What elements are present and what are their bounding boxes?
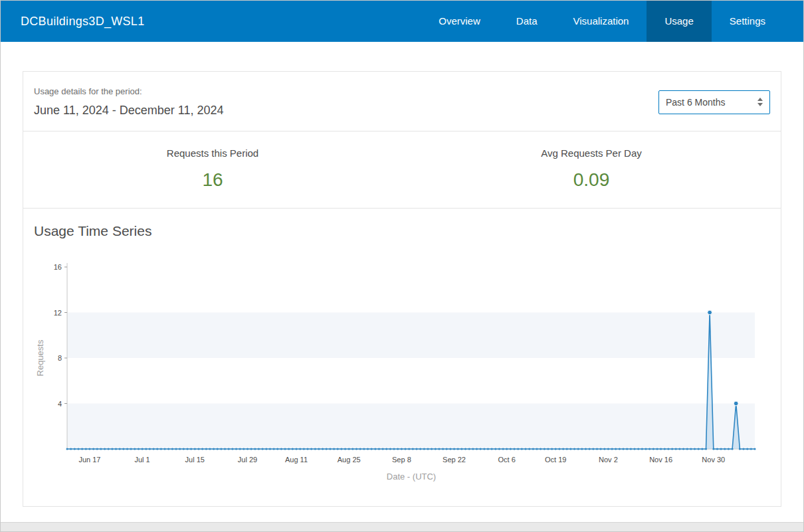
usage-time-series-chart: 481216Jun 17Jul 1Jul 15Jul 29Aug 11Aug 2…	[34, 250, 770, 484]
period-info: Usage details for the period: June 11, 2…	[34, 86, 224, 118]
item-usage-page: DCBuildings3D_WSL1 Overview Data Visuali…	[0, 0, 804, 532]
stat-label: Avg Requests Per Day	[402, 147, 781, 159]
svg-text:Jun 17: Jun 17	[78, 456, 100, 464]
stat-requests-period: Requests this Period 16	[23, 147, 402, 191]
item-tabs: Overview Data Visualization Usage Settin…	[421, 1, 783, 42]
svg-text:16: 16	[54, 263, 62, 271]
svg-text:Oct 19: Oct 19	[545, 456, 566, 464]
usage-stats: Requests this Period 16 Avg Requests Per…	[23, 132, 781, 208]
tab-usage[interactable]: Usage	[647, 1, 711, 42]
stat-value: 16	[23, 169, 402, 191]
svg-text:Nov 30: Nov 30	[702, 456, 725, 464]
svg-text:Aug 25: Aug 25	[338, 456, 361, 464]
select-arrows-icon	[757, 98, 764, 106]
stat-value: 0.09	[402, 169, 781, 191]
window-bottom-edge	[1, 522, 803, 531]
period-row: Usage details for the period: June 11, 2…	[23, 72, 781, 131]
usage-content: Usage details for the period: June 11, 2…	[1, 71, 803, 507]
stat-avg-requests-per-day: Avg Requests Per Day 0.09	[402, 147, 781, 191]
svg-text:Sep 8: Sep 8	[392, 456, 411, 464]
svg-text:Requests: Requests	[35, 339, 45, 376]
section-title: Usage Time Series	[34, 223, 770, 239]
period-select[interactable]: Past 6 Months	[658, 90, 770, 114]
svg-text:Sep 22: Sep 22	[443, 456, 466, 464]
period-range: June 11, 2024 - December 11, 2024	[34, 104, 224, 118]
svg-text:12: 12	[54, 309, 62, 317]
svg-text:Nov 2: Nov 2	[599, 456, 618, 464]
svg-text:Date - (UTC): Date - (UTC)	[387, 472, 436, 482]
usage-card: Usage details for the period: June 11, 2…	[23, 71, 781, 507]
tab-data[interactable]: Data	[498, 1, 555, 42]
tab-overview[interactable]: Overview	[421, 1, 498, 42]
stat-label: Requests this Period	[23, 147, 402, 159]
svg-text:4: 4	[58, 400, 62, 408]
usage-time-series-section: Usage Time Series 481216Jun 17Jul 1Jul 1…	[23, 209, 781, 506]
tab-visualization[interactable]: Visualization	[555, 1, 647, 42]
svg-text:Aug 11: Aug 11	[285, 456, 308, 464]
svg-text:Jul 29: Jul 29	[238, 456, 257, 464]
period-label: Usage details for the period:	[34, 86, 224, 96]
svg-text:Jul 1: Jul 1	[134, 456, 150, 464]
svg-text:Jul 15: Jul 15	[185, 456, 205, 464]
svg-text:8: 8	[58, 354, 62, 362]
tab-settings[interactable]: Settings	[712, 1, 783, 42]
item-title: DCBuildings3D_WSL1	[1, 15, 144, 29]
item-header-bar: DCBuildings3D_WSL1 Overview Data Visuali…	[1, 1, 803, 42]
svg-text:Oct 6: Oct 6	[498, 456, 516, 464]
svg-text:Nov 16: Nov 16	[649, 456, 672, 464]
period-select-value: Past 6 Months	[666, 97, 726, 108]
